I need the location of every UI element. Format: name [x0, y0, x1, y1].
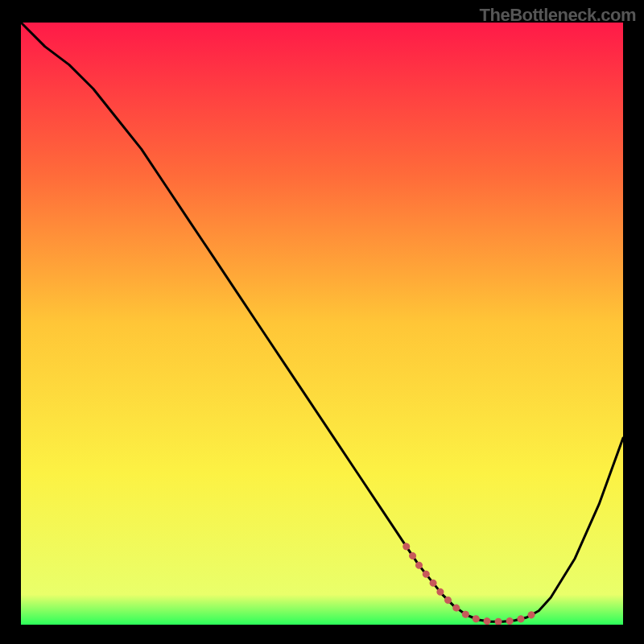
- chart-svg: [21, 23, 623, 625]
- page-root: TheBottleneck.com: [0, 0, 644, 644]
- chart-frame: [21, 23, 623, 625]
